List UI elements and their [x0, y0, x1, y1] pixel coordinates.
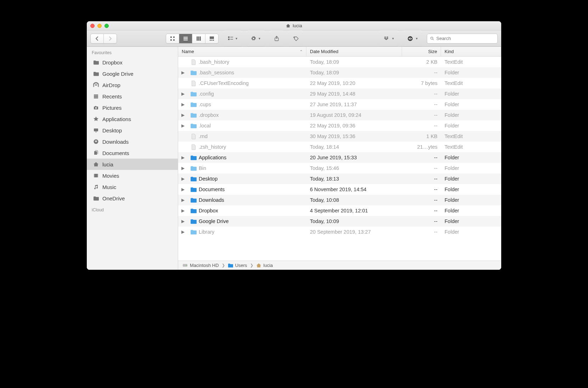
dropbox-icon	[384, 36, 389, 41]
col-date[interactable]: Date Modified	[306, 47, 402, 56]
table-row[interactable]: ▶Dropbox4 September 2019, 12:01--Folder	[178, 205, 501, 216]
sidebar-heading: Favourites	[87, 47, 178, 57]
file-name: Library	[199, 229, 214, 235]
file-date: Today, 18:09	[306, 59, 402, 65]
path-bar: Macintosh HD❯Users❯lucia	[178, 261, 501, 270]
col-size[interactable]: Size	[402, 47, 441, 56]
sidebar-item-recents[interactable]: Recents	[87, 91, 178, 102]
table-row[interactable]: ▶Google DriveToday, 10:09--Folder	[178, 216, 501, 227]
sidebar-item-music[interactable]: Music	[87, 181, 178, 193]
file-name: Downloads	[199, 197, 224, 203]
sidebar-item-pictures[interactable]: Pictures	[87, 102, 178, 113]
group-by-button[interactable]: ▾	[224, 30, 242, 46]
table-row[interactable]: ▶BinToday, 15:46--Folder	[178, 163, 501, 173]
forward-button[interactable]	[104, 34, 117, 43]
disclosure-triangle-icon[interactable]: ▶	[180, 208, 185, 213]
folder-icon	[190, 69, 197, 76]
file-date: 30 May 2019, 15:36	[306, 133, 402, 139]
table-row[interactable]: .rnd30 May 2019, 15:361 KBTextEdit	[178, 131, 501, 142]
table-row[interactable]: ▶.local22 May 2019, 09:36--Folder	[178, 120, 501, 131]
table-row[interactable]: .zsh_historyToday, 18:1421…ytesTextEdit	[178, 142, 501, 152]
table-row[interactable]: .bash_historyToday, 18:092 KBTextEdit	[178, 57, 501, 67]
file-size: --	[402, 70, 441, 75]
file-kind: Folder	[441, 102, 501, 107]
column-view-button[interactable]	[192, 34, 205, 43]
disclosure-triangle-icon[interactable]: ▶	[180, 70, 185, 75]
disclosure-triangle-icon[interactable]: ▶	[180, 176, 185, 181]
sidebar-item-google-drive[interactable]: Google Drive	[87, 68, 178, 79]
search-icon	[430, 36, 434, 41]
table-row[interactable]: ▶.cups27 June 2019, 11:37--Folder	[178, 99, 501, 110]
minimize-button[interactable]	[97, 24, 102, 28]
search-box[interactable]	[427, 34, 498, 44]
disclosure-triangle-icon[interactable]: ▶	[180, 91, 185, 96]
document-icon	[190, 133, 197, 139]
disclosure-triangle-icon[interactable]: ▶	[180, 166, 185, 171]
share-button[interactable]	[270, 30, 284, 46]
titlebar[interactable]: lucia	[87, 21, 501, 30]
search-input[interactable]	[436, 36, 494, 41]
file-date: Today, 18:13	[306, 176, 402, 182]
sidebar-item-downloads[interactable]: Downloads	[87, 136, 178, 147]
disk-icon	[182, 263, 188, 268]
close-button[interactable]	[90, 24, 95, 28]
table-row[interactable]: ▶Documents6 November 2019, 14:54--Folder	[178, 184, 501, 195]
table-row[interactable]: .CFUserTextEncoding22 May 2019, 10:207 b…	[178, 78, 501, 89]
file-name: .CFUserTextEncoding	[199, 80, 249, 86]
table-row[interactable]: ▶.bash_sessionsToday, 18:09--Folder	[178, 67, 501, 78]
file-name: Google Drive	[199, 218, 229, 224]
file-kind: Folder	[441, 176, 501, 182]
file-date: 22 May 2019, 10:20	[306, 80, 402, 86]
disclosure-triangle-icon[interactable]: ▶	[180, 219, 185, 224]
sidebar-item-airdrop[interactable]: AirDrop	[87, 79, 178, 91]
file-date: 6 November 2019, 14:54	[306, 187, 402, 192]
disclosure-triangle-icon[interactable]: ▶	[180, 187, 185, 192]
dropbox-button[interactable]: ▾	[379, 30, 398, 46]
gallery-view-button[interactable]	[205, 34, 218, 43]
hidden-files-button[interactable]: ▾	[403, 30, 422, 46]
downloads-icon	[93, 139, 99, 144]
file-date: 20 June 2019, 15:33	[306, 155, 402, 160]
sidebar-item-desktop[interactable]: Desktop	[87, 125, 178, 136]
disclosure-triangle-icon[interactable]: ▶	[180, 155, 185, 160]
table-row[interactable]: ▶Applications20 June 2019, 15:33--Folder	[178, 152, 501, 163]
table-row[interactable]: ▶.dropbox19 August 2019, 09:24--Folder	[178, 110, 501, 120]
disclosure-triangle-icon[interactable]: ▶	[180, 113, 185, 118]
table-row[interactable]: ▶.config29 May 2019, 14:48--Folder	[178, 89, 501, 99]
breadcrumb[interactable]: Users	[228, 263, 247, 268]
col-name[interactable]: Name ⌃	[178, 47, 306, 56]
sidebar-item-label: Desktop	[102, 127, 122, 133]
col-kind[interactable]: Kind	[441, 47, 501, 56]
breadcrumb[interactable]: lucia	[256, 263, 273, 268]
disclosure-triangle-icon[interactable]: ▶	[180, 123, 185, 128]
tags-button[interactable]	[289, 30, 303, 46]
sidebar-item-applications[interactable]: Applications	[87, 113, 178, 125]
file-size: --	[402, 102, 441, 107]
table-row[interactable]: ▶DownloadsToday, 10:08--Folder	[178, 195, 501, 205]
icon-view-button[interactable]	[166, 34, 179, 43]
back-button[interactable]	[91, 34, 104, 43]
chevron-right-icon: ❯	[222, 263, 225, 268]
folder-icon	[190, 197, 197, 203]
action-button[interactable]: ▾	[247, 30, 265, 46]
file-date: Today, 15:46	[306, 165, 402, 171]
folder-icon	[93, 71, 99, 76]
disclosure-triangle-icon[interactable]: ▶	[180, 229, 185, 234]
file-size: --	[402, 197, 441, 203]
file-date: 29 May 2019, 14:48	[306, 91, 402, 97]
sidebar-item-movies[interactable]: Movies	[87, 170, 178, 181]
folder-icon	[190, 165, 197, 171]
sidebar-item-documents[interactable]: Documents	[87, 147, 178, 159]
sidebar-item-dropbox[interactable]: Dropbox	[87, 57, 178, 68]
sidebar-item-onedrive[interactable]: OneDrive	[87, 193, 178, 204]
zoom-button[interactable]	[104, 24, 109, 28]
disclosure-triangle-icon[interactable]: ▶	[180, 198, 185, 202]
folder-icon	[190, 207, 197, 214]
disclosure-triangle-icon[interactable]: ▶	[180, 102, 185, 107]
sidebar-item-label: Documents	[102, 150, 129, 156]
list-view-button[interactable]	[179, 34, 192, 43]
table-row[interactable]: ▶DesktopToday, 18:13--Folder	[178, 173, 501, 184]
sidebar-item-lucia[interactable]: lucia	[87, 159, 178, 170]
table-row[interactable]: ▶Library20 September 2019, 13:27--Folder	[178, 227, 501, 237]
breadcrumb[interactable]: Macintosh HD	[182, 263, 219, 268]
